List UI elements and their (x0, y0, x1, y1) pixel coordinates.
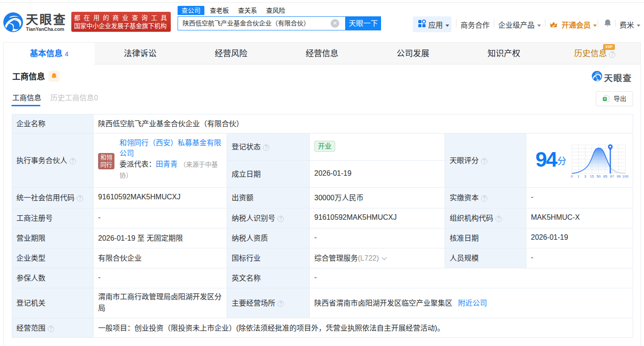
svg-text:50: 50 (597, 174, 601, 178)
svg-text:0: 0 (571, 174, 573, 178)
svg-text:X: X (604, 97, 606, 101)
svg-text:97: 97 (610, 174, 614, 178)
svg-text:1: 1 (578, 174, 580, 178)
svg-text:3: 3 (584, 174, 586, 178)
svg-text:85: 85 (603, 174, 607, 178)
svg-text:15: 15 (590, 174, 594, 178)
svg-text:100: 100 (622, 174, 629, 178)
svg-text:99: 99 (617, 174, 621, 178)
